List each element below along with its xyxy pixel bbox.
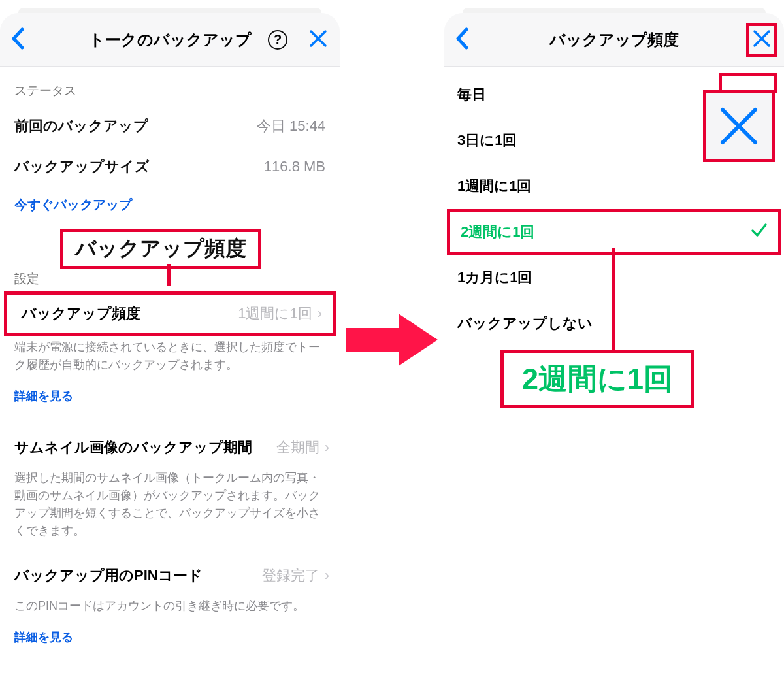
backup-size-row: バックアップサイズ 116.8 MB xyxy=(0,146,340,187)
pin-code-hint: このPINコードはアカウントの引き継ぎ時に必要です。 xyxy=(0,595,340,620)
backup-frequency-row[interactable]: バックアップ頻度 1週間に1回 › xyxy=(4,291,336,336)
backup-frequency-label: バックアップ頻度 xyxy=(22,304,140,323)
backup-now-link[interactable]: 今すぐバックアップ xyxy=(0,187,340,223)
highlight-callout: バックアップ頻度 xyxy=(60,229,261,269)
thumbnail-period-hint: 選択した期間のサムネイル画像（トークルーム内の写真・動画のサムネイル画像）がバッ… xyxy=(0,467,340,545)
see-more-link-1[interactable]: 詳細を見る xyxy=(0,379,340,413)
chevron-right-icon: › xyxy=(312,305,327,322)
chevron-right-icon: › xyxy=(319,567,335,584)
thumbnail-period-value: 全期間 xyxy=(276,438,319,457)
nav-bar: トークのバックアップ ? xyxy=(0,13,340,67)
status-section-label: ステータス xyxy=(0,68,340,106)
back-icon[interactable] xyxy=(455,27,469,52)
check-icon xyxy=(751,222,768,242)
pin-code-label: バックアップ用のPINコード xyxy=(14,566,203,585)
pin-code-value: 登録完了 xyxy=(262,566,319,585)
thumbnail-period-label: サムネイル画像のバックアップ期間 xyxy=(14,438,252,457)
backup-size-value: 116.8 MB xyxy=(264,158,325,175)
help-icon[interactable]: ? xyxy=(268,30,287,50)
left-screen: トークのバックアップ ? ステータス 前回のバックアップ 今日 15:44 バッ… xyxy=(0,0,340,692)
backup-frequency-hint: 端末が電源に接続されているときに、選択した頻度でトーク履歴が自動的にバックアップ… xyxy=(0,336,340,379)
right-screen: バックアップ頻度 毎日 3日に1回 1週間に1回 2週間に1回 1カ月に1回 バ… xyxy=(444,0,784,692)
arrow-icon xyxy=(346,314,438,366)
last-backup-row: 前回のバックアップ 今日 15:44 xyxy=(0,106,340,146)
last-backup-label: 前回のバックアップ xyxy=(14,116,148,136)
close-callout xyxy=(703,90,775,162)
back-icon[interactable] xyxy=(10,27,25,52)
page-title: トークのバックアップ xyxy=(89,29,252,50)
chevron-right-icon: › xyxy=(319,439,335,456)
backup-frequency-value: 1週間に1回 xyxy=(238,304,312,323)
delete-backup-row[interactable]: バックアップしたトーク履歴を削除 xyxy=(0,682,340,692)
nav-bar: バックアップ頻度 xyxy=(444,13,784,67)
page-title: バックアップ頻度 xyxy=(549,29,679,50)
thumbnail-period-row[interactable]: サムネイル画像のバックアップ期間 全期間 › xyxy=(0,429,340,467)
close-icon[interactable] xyxy=(308,29,328,51)
close-icon[interactable] xyxy=(746,23,777,57)
freq-option-1week[interactable]: 1週間に1回 xyxy=(444,163,784,209)
backup-size-label: バックアップサイズ xyxy=(14,157,150,176)
settings-section-label: 設定 xyxy=(0,256,54,291)
pin-code-row[interactable]: バックアップ用のPINコード 登録完了 › xyxy=(0,557,340,595)
see-more-link-2[interactable]: 詳細を見る xyxy=(0,620,340,654)
last-backup-value: 今日 15:44 xyxy=(257,116,325,136)
content: ステータス 前回のバックアップ 今日 15:44 バックアップサイズ 116.8… xyxy=(0,54,340,692)
selected-callout: 2週間に1回 xyxy=(500,350,694,408)
